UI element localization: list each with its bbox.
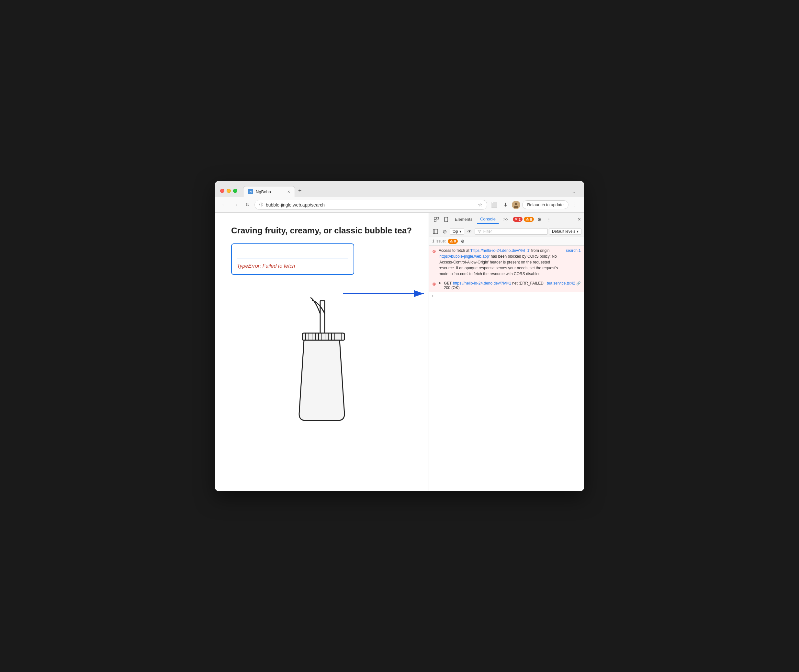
- active-tab[interactable]: N NgBoba ×: [243, 186, 295, 197]
- address-text: bubble-jingle.web.app/search: [266, 202, 475, 208]
- minimize-window-button[interactable]: [227, 189, 231, 193]
- log-levels-chevron-icon: ▾: [576, 229, 578, 234]
- error-source-1[interactable]: search:1: [566, 248, 581, 277]
- network-link-icon[interactable]: 🔗: [576, 281, 581, 285]
- tab-expand-button[interactable]: ⌄: [568, 186, 579, 197]
- issues-label: 1 Issue:: [432, 239, 446, 243]
- clear-console-button[interactable]: ⊘: [440, 227, 448, 235]
- warn-badge: ⚠ 8: [524, 217, 534, 222]
- bookmark-icon[interactable]: ☆: [478, 202, 482, 208]
- expand-chevron-icon[interactable]: ›: [432, 294, 434, 298]
- main-content: Craving fruity, creamy, or classic bubbl…: [215, 213, 584, 491]
- svg-rect-19: [434, 220, 436, 222]
- error-count: 2: [519, 218, 520, 221]
- error-badge: ✕ 2: [513, 217, 522, 222]
- inspect-element-button[interactable]: [432, 215, 440, 224]
- issues-settings-icon[interactable]: ⚙: [460, 238, 466, 244]
- context-label: top: [453, 229, 458, 234]
- new-tab-button[interactable]: +: [295, 185, 305, 197]
- console-network-error: ⊗ ▶ GET https://hello-io-24.deno.dev/?lv…: [429, 279, 584, 292]
- nav-actions: ⬜ ⬇ Relaunch to update ⋮: [490, 200, 580, 210]
- error-source-2[interactable]: tea.service.ts:42 🔗: [547, 281, 581, 285]
- tab-more[interactable]: >>: [500, 215, 511, 224]
- tab-bar: N NgBoba × + ⌄: [243, 185, 579, 197]
- console-messages: ⊗ Access to fetch at 'https://hello-io-2…: [429, 246, 584, 491]
- devtools-settings-button[interactable]: ⚙: [535, 215, 544, 224]
- warn-icon-sm: ⚠: [526, 217, 529, 221]
- error-circle-icon-2: ⊗: [432, 281, 436, 286]
- context-dropdown[interactable]: top ▾: [450, 228, 464, 235]
- browser-window: N NgBoba × + ⌄ ← → ↻ ⓘ bubble-jingle.web…: [215, 181, 584, 491]
- error-message-1-content: Access to fetch at 'https://hello-io-24.…: [439, 248, 563, 277]
- error-icon-sm: ✕: [515, 217, 518, 221]
- error-url-1[interactable]: https://hello-io-24.deno.dev/?lvl=1: [471, 248, 529, 253]
- browser-more-button[interactable]: ⋮: [570, 200, 580, 210]
- devtools-close-button[interactable]: ×: [578, 216, 581, 222]
- live-expressions-button[interactable]: 👁: [466, 227, 473, 235]
- svg-rect-23: [433, 229, 438, 234]
- filter-placeholder: Filter: [484, 229, 492, 234]
- nav-bar: ← → ↻ ⓘ bubble-jingle.web.app/search ☆ ⬜…: [215, 197, 584, 213]
- issues-badge: ⚠ 8: [448, 239, 458, 244]
- refresh-button[interactable]: ↻: [243, 200, 252, 210]
- search-input[interactable]: [237, 249, 348, 259]
- warn-icon-issues: ⚠: [450, 239, 453, 243]
- filter-input[interactable]: Filter: [475, 228, 548, 235]
- page-heading: Craving fruity, creamy, or classic bubbl…: [231, 226, 412, 236]
- back-button[interactable]: ←: [219, 200, 229, 210]
- console-expand-row: ›: [429, 292, 584, 299]
- address-bar[interactable]: ⓘ bubble-jingle.web.app/search ☆: [255, 200, 487, 210]
- network-error-content: GET https://hello-io-24.deno.dev/?lvl=1 …: [444, 281, 544, 290]
- sidebar-toggle-button[interactable]: [432, 227, 439, 235]
- forward-button[interactable]: →: [231, 200, 240, 210]
- devtools-more-button[interactable]: ⋮: [545, 216, 553, 223]
- error-text-prefix: Access to fetch at ': [439, 248, 471, 253]
- issues-count: 8: [454, 239, 456, 243]
- tab-favicon: N: [248, 189, 253, 194]
- tab-close-button[interactable]: ×: [288, 189, 290, 194]
- dropdown-chevron-icon: ▾: [460, 229, 461, 234]
- svg-point-0: [515, 203, 517, 205]
- device-mode-button[interactable]: [442, 215, 450, 224]
- error-text: TypeError: Failed to fetch: [237, 263, 348, 269]
- http-status: 200 (OK): [444, 285, 460, 290]
- network-url[interactable]: https://hello-io-24.deno.dev/?lvl=1: [453, 281, 511, 285]
- relaunch-button[interactable]: Relaunch to update: [522, 200, 568, 209]
- tab-console[interactable]: Console: [477, 214, 499, 224]
- console-toolbar: ⊘ top ▾ 👁 Filter Default levels ▾: [429, 226, 584, 237]
- boba-illustration: [231, 294, 412, 430]
- log-levels-label: Default levels: [552, 229, 575, 234]
- profile-avatar[interactable]: [512, 201, 520, 209]
- downloads-button[interactable]: ⬇: [501, 200, 510, 210]
- issues-bar: 1 Issue: ⚠ 8 ⚙: [429, 237, 584, 246]
- warn-count: 8: [530, 218, 532, 221]
- console-error-1: ⊗ Access to fetch at 'https://hello-io-2…: [429, 246, 584, 279]
- filter-icon: [477, 229, 481, 234]
- svg-rect-18: [437, 217, 439, 219]
- error-url-2[interactable]: https://bubble-jingle.web.app: [439, 254, 489, 259]
- svg-point-1: [514, 206, 518, 208]
- get-label: GET: [444, 281, 452, 285]
- net-error-status: net::ERR_FAILED: [512, 281, 544, 285]
- error-circle-icon-1: ⊗: [432, 248, 436, 277]
- tab-elements[interactable]: Elements: [452, 215, 476, 224]
- title-bar: N NgBoba × + ⌄: [215, 181, 584, 197]
- extensions-button[interactable]: ⬜: [490, 200, 499, 210]
- webpage: Craving fruity, creamy, or classic bubbl…: [215, 213, 429, 491]
- expand-network-icon[interactable]: ▶: [439, 281, 441, 285]
- traffic-lights: [220, 189, 237, 193]
- devtools-panel: Elements Console >> ✕ 2 ⚠ 8 ⚙ ⋮ ×: [429, 213, 584, 491]
- tab-title: NgBoba: [256, 189, 271, 194]
- address-lock-icon: ⓘ: [259, 202, 263, 208]
- log-levels-dropdown[interactable]: Default levels ▾: [549, 228, 581, 235]
- svg-rect-17: [434, 217, 436, 219]
- close-window-button[interactable]: [220, 189, 224, 193]
- maximize-window-button[interactable]: [233, 189, 237, 193]
- search-box-wrapper: TypeError: Failed to fetch: [231, 243, 354, 275]
- devtools-header: Elements Console >> ✕ 2 ⚠ 8 ⚙ ⋮ ×: [429, 213, 584, 226]
